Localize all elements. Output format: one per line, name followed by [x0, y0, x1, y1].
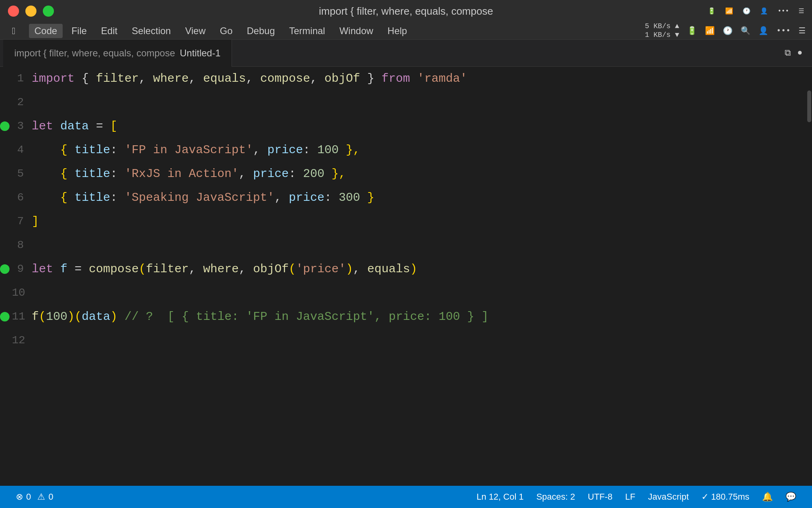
- menu-edit[interactable]: Edit: [96, 24, 123, 38]
- code-line-3: let data = [: [32, 114, 117, 138]
- code-line-7: ]: [32, 210, 39, 233]
- scrollbar[interactable]: [806, 67, 812, 486]
- table-row: 6 { title: 'Speaking JavaScript', price:…: [0, 186, 812, 210]
- encoding-display[interactable]: UTF-8: [582, 492, 619, 502]
- menu-help[interactable]: Help: [382, 24, 412, 38]
- menu-view[interactable]: View: [180, 24, 211, 38]
- active-tab[interactable]: import { filter, where, equals, compose …: [3, 40, 232, 67]
- tab-icons: ⧉ ●: [785, 48, 812, 58]
- wifi-icon: 📶: [725, 7, 733, 15]
- close-button[interactable]: [8, 6, 19, 17]
- maximize-button[interactable]: [43, 6, 54, 17]
- table-row: 8: [0, 233, 812, 257]
- clock-icon: 🕐: [743, 7, 751, 15]
- indentation[interactable]: Spaces: 2: [530, 492, 582, 502]
- finder-icon: 👤: [758, 26, 768, 36]
- statusbar: ⊗ 0 ⚠ 0 Ln 12, Col 1 Spaces: 2 UTF-8 LF …: [0, 486, 812, 508]
- settings-dot-icon[interactable]: ●: [797, 48, 802, 58]
- wifi-status-icon: 📶: [705, 26, 715, 36]
- breakpoint-dot[interactable]: [0, 312, 10, 321]
- code-line-6: { title: 'Speaking JavaScript', price: 3…: [32, 186, 374, 210]
- line-number: 2: [12, 90, 32, 114]
- chat-icon: 💬: [785, 492, 796, 502]
- menu-file[interactable]: File: [66, 24, 92, 38]
- menubar-right: 5 KB/s ▲ 1 KB/s ▼ 🔋 📶 🕐 🔍 👤 ••• ☰: [645, 22, 806, 39]
- spotlight-icon: 🔍: [741, 26, 751, 36]
- bell-icon: 🔔: [762, 492, 773, 502]
- warning-icon: ⚠: [37, 492, 45, 502]
- titlebar: import { filter, where, equals, compose …: [0, 0, 812, 22]
- line-number: 3: [12, 114, 32, 138]
- traffic-lights: [8, 6, 54, 17]
- menu-terminal[interactable]: Terminal: [283, 24, 331, 38]
- code-line-1: import { filter, where, equals, compose,…: [32, 67, 467, 90]
- breakpoint-empty: [0, 217, 10, 226]
- battery-status-icon: 🔋: [687, 26, 697, 36]
- perf-display: ✓ 180.75ms: [695, 492, 756, 502]
- breakpoint-dot[interactable]: [0, 121, 10, 131]
- time-display: 🕐: [723, 26, 733, 36]
- line-number: 11: [12, 305, 32, 329]
- table-row: 11 f(100)(data) // ? [ { title: 'FP in J…: [0, 305, 812, 329]
- minimize-button[interactable]: [25, 6, 36, 17]
- language-text: JavaScript: [648, 492, 689, 502]
- breakpoint-empty: [0, 98, 10, 107]
- line-number: 7: [12, 210, 32, 233]
- menu-go[interactable]: Go: [214, 24, 238, 38]
- notifications-icon[interactable]: 🔔: [756, 492, 779, 502]
- error-count[interactable]: ⊗ 0 ⚠ 0: [10, 492, 60, 502]
- table-row: 1 import { filter, where, equals, compos…: [0, 67, 812, 90]
- user-icon: 👤: [760, 7, 768, 15]
- eol-text: LF: [625, 492, 636, 502]
- breakpoint-empty: [0, 193, 10, 202]
- window-title: import { filter, where, equals, compose: [319, 5, 493, 17]
- perf-text: ✓ 180.75ms: [701, 492, 749, 502]
- breakpoint-empty: [0, 288, 10, 298]
- table-row: 9 let f = compose(filter, where, objOf('…: [0, 257, 812, 281]
- table-row: 7 ]: [0, 210, 812, 233]
- encoding-text: UTF-8: [588, 492, 613, 502]
- code-line-4: { title: 'FP in JavaScript', price: 100 …: [32, 138, 360, 162]
- menu-debug[interactable]: Debug: [241, 24, 281, 38]
- code-line-5: { title: 'RxJS in Action', price: 200 },: [32, 162, 346, 186]
- warning-number: 0: [48, 492, 53, 502]
- menu-selection[interactable]: Selection: [126, 24, 176, 38]
- scrollbar-thumb[interactable]: [807, 90, 811, 122]
- spaces-text: Spaces: 2: [536, 492, 575, 502]
- eol-display[interactable]: LF: [619, 492, 642, 502]
- tab-file-label: import { filter, where, equals, compose: [14, 48, 175, 59]
- breakpoint-empty: [0, 241, 10, 250]
- table-row: 3 let data = [: [0, 114, 812, 138]
- apple-menu[interactable]: : [6, 24, 21, 38]
- table-row: 5 { title: 'RxJS in Action', price: 200 …: [0, 162, 812, 186]
- breakpoint-dot[interactable]: [0, 264, 10, 274]
- breakpoint-empty: [0, 145, 10, 155]
- error-icon: ⊗: [16, 492, 23, 502]
- titlebar-icons: 🔋 📶 🕐 👤 ••• ☰: [708, 7, 804, 15]
- breakpoint-empty: [0, 74, 10, 83]
- language-mode[interactable]: JavaScript: [642, 492, 695, 502]
- tabbar: import { filter, where, equals, compose …: [0, 40, 812, 67]
- statusbar-right: Ln 12, Col 1 Spaces: 2 UTF-8 LF JavaScri…: [470, 492, 802, 502]
- error-number: 0: [26, 492, 31, 502]
- code-line-11: f(100)(data) // ? [ { title: 'FP in Java…: [32, 305, 488, 329]
- breakpoint-empty: [0, 169, 10, 179]
- line-number: 9: [12, 257, 32, 281]
- control-center-icon: ☰: [799, 26, 806, 36]
- code-line-9: let f = compose(filter, where, objOf('pr…: [32, 257, 417, 281]
- split-editor-icon[interactable]: ⧉: [785, 48, 791, 58]
- line-number: 5: [12, 162, 32, 186]
- cursor-position[interactable]: Ln 12, Col 1: [470, 492, 530, 502]
- menu-code[interactable]: Code: [29, 24, 63, 38]
- line-number: 8: [12, 233, 32, 257]
- table-row: 12: [0, 329, 812, 352]
- battery-icon: 🔋: [708, 7, 716, 15]
- network-speed: 5 KB/s ▲ 1 KB/s ▼: [645, 22, 679, 39]
- menu-window[interactable]: Window: [334, 24, 379, 38]
- editor-rows: 1 import { filter, where, equals, compos…: [0, 67, 812, 486]
- more-icon: •••: [778, 8, 789, 15]
- feedback-icon[interactable]: 💬: [779, 492, 802, 502]
- line-number: 6: [12, 186, 32, 210]
- line-number: 4: [12, 138, 32, 162]
- extras-icon: •••: [776, 26, 791, 35]
